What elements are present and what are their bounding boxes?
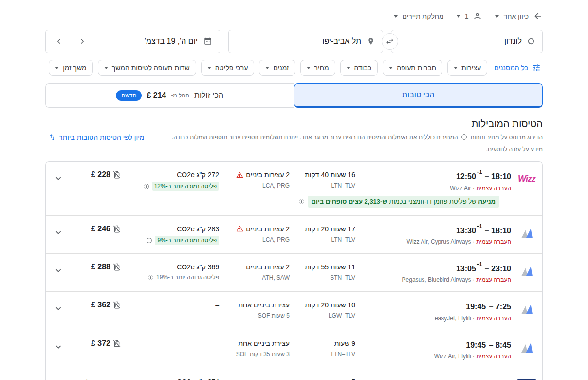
all-filters-label: כל המסננים [494, 64, 528, 72]
duration-cell: 5 שעות LTN–TLV [290, 377, 355, 380]
filter-chip-airlines[interactable]: חברות תעופה [383, 60, 442, 76]
times-separator: – [482, 173, 491, 181]
emissions-cell: 272 ק"ג CO2e פליטה נמוכה יותר ב-12% [122, 170, 219, 191]
tab-best[interactable]: הכי טובות [294, 83, 543, 108]
flight-duration: 10 שעות 20 דקות [290, 300, 355, 310]
chevron-down-icon [307, 67, 311, 69]
emissions-note: פליטה נמוכה יותר ב-12% [122, 182, 219, 191]
emissions-cell: – [122, 300, 219, 310]
info-icon[interactable] [146, 237, 152, 244]
price-cell: המחיר אינו זמין [72, 377, 122, 380]
expand-flight-button[interactable] [50, 300, 67, 317]
location-pin-icon [367, 38, 375, 45]
trip-type-selector[interactable]: כיוון אחד [495, 11, 543, 21]
chevron-down-icon [207, 67, 211, 69]
filter-chip-stops[interactable]: עצירות [447, 60, 487, 76]
flight-times-cell: 12:50+1 – 18:10 העברה עצמית · Wizz Air [355, 170, 511, 191]
emissions-value: 369 ק"ג CO2e [122, 262, 219, 272]
filter-chip-duration[interactable]: משך זמן [49, 60, 93, 76]
filter-chip-price[interactable]: מחיר [300, 60, 335, 76]
previous-date-button[interactable] [55, 37, 63, 46]
info-icon[interactable] [298, 198, 305, 205]
flight-result-row[interactable]: ✦ 13:05+1 – 23:10 העברה עצמית · Pegasus,… [46, 262, 542, 284]
flight-times: 20:50 – 13:50 [355, 377, 511, 380]
airline-logo: ✦ [511, 300, 542, 320]
generic-airline-logo-icon [519, 226, 534, 244]
origin-field[interactable]: לונדון [391, 30, 543, 53]
tab-cheapest[interactable]: הכי זולות החל מ- £ 214 חדשה [45, 83, 294, 108]
expand-flight-button[interactable] [50, 339, 67, 355]
duration-cell: 10 שעות 20 דקות LGW–TLV [290, 300, 355, 320]
destination-field[interactable]: תל אביב-יפו [228, 30, 383, 53]
results-subheader: הדירוג מבוסס על מחיר ונוחות המחירים כולל… [45, 133, 543, 154]
price-cell: £ 372 [72, 339, 122, 348]
info-icon[interactable] [147, 274, 154, 281]
emissions-cell: 274 ק"ג CO2e פליטה נמוכה יותר ב-12% [122, 377, 219, 380]
filter-chip-baggage[interactable]: כבודה [340, 60, 378, 76]
expand-flight-button[interactable] [50, 377, 67, 380]
baggage-fees-link[interactable]: ועמלות כבודה [173, 134, 207, 141]
stops-detail: LCA, PRG [219, 182, 290, 190]
flight-result: Wizz ✦ Wizz 12:50+1 – 18:10 העברה עצמית … [46, 162, 542, 215]
flight-duration: 11 שעות 55 דקות [290, 262, 355, 272]
swap-locations-button[interactable] [382, 33, 398, 50]
flight-result-row[interactable]: ✦ 19:45 – 7:25 העברה עצמית · easyJet, Fl… [46, 300, 542, 322]
flight-result: ✦ 13:05+1 – 23:10 העברה עצמית · Pegasus,… [46, 254, 542, 292]
expand-cell [45, 300, 72, 317]
emissions-value: – [122, 339, 219, 348]
expand-flight-button[interactable] [50, 170, 67, 187]
stops-cell: עצירת ביניים אחת 3 שעות 35 דקות SOF [219, 339, 290, 358]
self-transfer-label: העברה עצמית [476, 276, 511, 283]
airline-separator: · [471, 353, 477, 360]
duration-cell: 17 שעות 20 דקות LTN–TLV [290, 224, 355, 244]
flight-price: £ 246 [91, 225, 110, 233]
flight-result: ✦ 19:45 – 7:25 העברה עצמית · easyJet, Fl… [46, 292, 542, 330]
airline-names: העברה עצמית · Pegasus, Bluebird Airways [355, 276, 511, 284]
filter-chip-emissions[interactable]: ערכי פליטה [201, 60, 255, 76]
assistance-prefix: מידע על [522, 146, 543, 152]
no-baggage-icon [112, 300, 122, 310]
chevron-down-icon [394, 15, 398, 18]
all-filters-button[interactable]: כל המסננים [492, 63, 543, 72]
flight-result-row[interactable]: ISRAIR ✦ ISRAIR 20:50 – 13:50 ישראייר 5 … [46, 377, 542, 380]
airline-logo: ISRAIR ✦ ISRAIR [511, 377, 542, 380]
eco-banner: מניעה של פליטת פחמן דו-חמצני בכמות ש-2,3… [46, 196, 499, 208]
date-field[interactable]: יום ה', 19 בדצמ' [45, 30, 220, 53]
flight-result-row[interactable]: ✦ 13:30+1 – 18:10 העברה עצמית · Wizz Air… [46, 224, 542, 246]
flight-stops: 2 עצירות ביניים [219, 262, 290, 272]
sort-by-best-button[interactable]: מיון לפי הטיסות הטובות ביותר [45, 133, 147, 142]
filter-chip-connecting-airports[interactable]: שדות תעופה לטיסות המשך [98, 60, 196, 76]
times-separator: – [482, 227, 491, 235]
passengers-selector[interactable]: 1 [457, 11, 483, 21]
cabin-class-label: מחלקת תיירים [402, 12, 443, 20]
flight-result-row[interactable]: ✦ 19:45 – 8:45 העברה עצמית · Wizz Air, F… [46, 339, 542, 360]
cabin-class-selector[interactable]: מחלקת תיירים [394, 12, 443, 20]
no-baggage-icon [112, 170, 122, 180]
flight-route: LTN–TLV [290, 351, 355, 358]
duration-cell: 9 שעות LTN–TLV [290, 339, 355, 358]
airline-separator: · [471, 238, 477, 245]
info-icon[interactable] [461, 133, 467, 144]
filter-chip-times[interactable]: זמנים [259, 60, 295, 76]
flight-price: £ 228 [91, 171, 110, 179]
expand-cell [45, 262, 72, 279]
expand-flight-button[interactable] [50, 262, 67, 279]
flight-duration: 17 שעות 20 דקות [290, 224, 355, 234]
calendar-icon [203, 37, 212, 46]
flight-stops: 2 עצירות ביניים [219, 170, 290, 180]
emissions-cell: 283 ק"ג CO2e פליטה נמוכה יותר ב-9% [122, 224, 219, 245]
price-cell: £ 228 [72, 170, 122, 180]
emissions-note: פליטה נמוכה יותר ב-9% [122, 236, 219, 245]
chevron-down-icon [495, 15, 499, 18]
flight-duration: 5 שעות [290, 377, 355, 380]
flight-price: £ 372 [91, 339, 110, 348]
back-arrow-icon [533, 11, 543, 21]
generic-airline-logo-icon [519, 302, 534, 320]
sort-arrows-icon [48, 133, 56, 141]
expand-flight-button[interactable] [50, 224, 67, 241]
emissions-value: 272 ק"ג CO2e [122, 170, 219, 180]
flight-result-row[interactable]: Wizz ✦ Wizz 12:50+1 – 18:10 העברה עצמית … [46, 170, 542, 191]
next-date-button[interactable] [78, 37, 87, 46]
info-icon[interactable] [143, 183, 149, 190]
passenger-assistance-link[interactable]: עזרה לנוסעים [488, 146, 521, 152]
